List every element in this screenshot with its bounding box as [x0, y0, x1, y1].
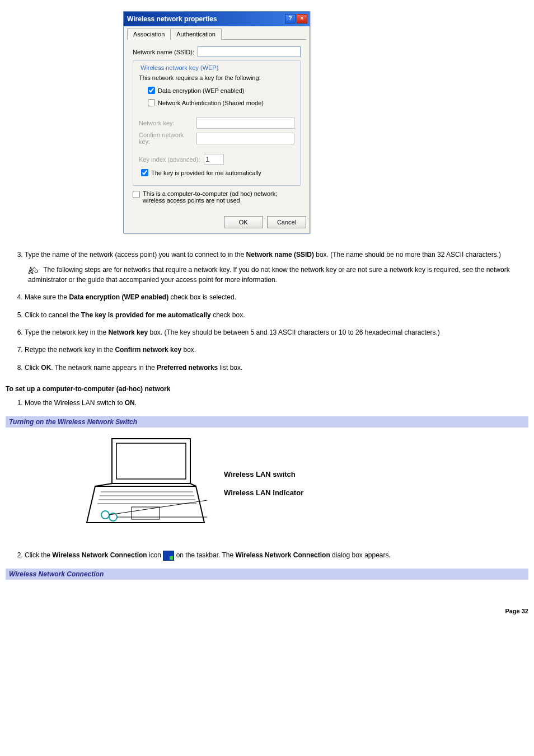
bold: Wireless Network Connection: [52, 551, 147, 559]
checkbox-auto-key[interactable]: [141, 169, 148, 176]
svg-rect-8: [132, 507, 160, 519]
dialog-title: Wireless network properties: [127, 15, 217, 23]
close-button[interactable]: ×: [297, 14, 307, 24]
dialog-titlebar: Wireless network properties ? ×: [124, 12, 310, 26]
bold: Network name (SSID): [246, 251, 314, 259]
tab-row: Association Authentication: [127, 28, 306, 40]
step-b1: Move the Wireless LAN switch to ON.: [25, 398, 528, 408]
page-footer: Page 32: [6, 608, 528, 614]
text: .: [135, 399, 137, 407]
bold: OK: [41, 364, 51, 372]
text: Type the name of the network (access poi…: [25, 251, 246, 259]
text: list box.: [218, 364, 242, 372]
checkbox-data-encryption[interactable]: [148, 87, 155, 94]
checkbox-auto-key-label: The key is provided for me automatically: [151, 170, 261, 176]
label-wlan-indicator: Wireless LAN indicator: [224, 489, 303, 497]
svg-marker-1: [116, 443, 186, 479]
checkbox-data-encryption-label: Data encryption (WEP enabled): [158, 87, 245, 94]
wep-subtext: This network requires a key for the foll…: [139, 74, 294, 81]
confirm-key-input[interactable]: [196, 133, 294, 144]
key-index-label: Key index (advanced):: [139, 156, 204, 163]
steps-list-b: Move the Wireless LAN switch to ON.: [6, 398, 528, 408]
help-button[interactable]: ?: [285, 14, 296, 24]
step-6: Type the network key in the Network key …: [25, 328, 528, 337]
text: Click to cancel the: [25, 311, 81, 319]
ssid-label: Network name (SSID):: [133, 49, 198, 55]
bold: Network key: [108, 328, 148, 336]
tab-association[interactable]: Association: [127, 29, 171, 40]
checkbox-network-auth[interactable]: [148, 99, 155, 106]
text: Click: [25, 364, 41, 372]
ssid-input[interactable]: [198, 46, 301, 57]
step-3: Type the name of the network (access poi…: [25, 250, 528, 285]
network-key-label: Network key:: [139, 120, 196, 126]
checkbox-network-auth-label: Network Authentication (Shared mode): [158, 100, 264, 106]
laptop-figure: Wireless LAN switch Wireless LAN indicat…: [78, 433, 528, 534]
bold: ON: [125, 399, 135, 407]
bold: Preferred networks: [157, 364, 218, 372]
bold: Data encryption (WEP enabled): [69, 293, 168, 301]
note: The following steps are for networks tha…: [25, 265, 528, 285]
cancel-button[interactable]: Cancel: [267, 216, 306, 228]
text: box.: [181, 346, 196, 354]
tab-authentication[interactable]: Authentication: [170, 29, 222, 40]
wep-legend: Wireless network key (WEP): [139, 64, 220, 71]
text: on the taskbar. The: [174, 551, 235, 559]
bold: Confirm network key: [115, 346, 181, 354]
text: dialog box appears.: [330, 551, 391, 559]
pencil-note-icon: [28, 266, 39, 275]
steps-list-a: Type the name of the network (access poi…: [6, 250, 528, 373]
text: . The network name appears in the: [51, 364, 157, 372]
heading-adhoc: To set up a computer-to-computer (ad-hoc…: [6, 385, 528, 393]
svg-marker-3: [95, 483, 196, 486]
step-5: Click to cancel the The key is provided …: [25, 311, 528, 320]
bold: The key is provided for me automatically: [81, 311, 211, 319]
svg-line-11: [109, 500, 207, 515]
text: Move the Wireless LAN switch to: [25, 399, 125, 407]
text: box. (The name should be no more than 32…: [314, 251, 501, 259]
steps-list-b2: Click the Wireless Network Connection ic…: [6, 551, 528, 561]
svg-point-9: [101, 511, 109, 519]
svg-marker-0: [112, 439, 190, 483]
note-text: The following steps are for networks tha…: [28, 266, 510, 283]
checkbox-adhoc-label: This is a computer-to-computer (ad hoc) …: [143, 190, 301, 204]
text: check box is selected.: [168, 293, 236, 301]
banner-turning-on-switch: Turning on the Wireless Network Switch: [6, 416, 528, 428]
text: Retype the network key in the: [25, 346, 115, 354]
bold: Wireless Network Connection: [236, 551, 330, 559]
wep-fieldset: Wireless network key (WEP) This network …: [133, 60, 301, 186]
text: Make sure the: [25, 293, 69, 301]
ok-button[interactable]: OK: [224, 216, 263, 228]
label-wlan-switch: Wireless LAN switch: [224, 470, 303, 478]
banner-wireless-connection: Wireless Network Connection: [6, 569, 528, 580]
wireless-connection-icon: [163, 551, 174, 561]
text: icon: [147, 551, 163, 559]
laptop-illustration: [78, 433, 207, 534]
text: Click the: [25, 551, 52, 559]
step-b2: Click the Wireless Network Connection ic…: [25, 551, 528, 561]
checkbox-adhoc[interactable]: [133, 191, 140, 198]
key-index-input[interactable]: [204, 154, 224, 165]
step-7: Retype the network key in the Confirm ne…: [25, 345, 528, 355]
text: box. (The key should be between 5 and 13…: [148, 328, 440, 336]
wireless-properties-dialog: Wireless network properties ? × Associat…: [123, 11, 310, 233]
text: Type the network key in the: [25, 328, 108, 336]
step-8: Click OK. The network name appears in th…: [25, 363, 528, 373]
step-4: Make sure the Data encryption (WEP enabl…: [25, 293, 528, 302]
network-key-input[interactable]: [196, 117, 294, 129]
text: check box.: [211, 311, 245, 319]
confirm-key-label: Confirm network key:: [139, 132, 196, 145]
